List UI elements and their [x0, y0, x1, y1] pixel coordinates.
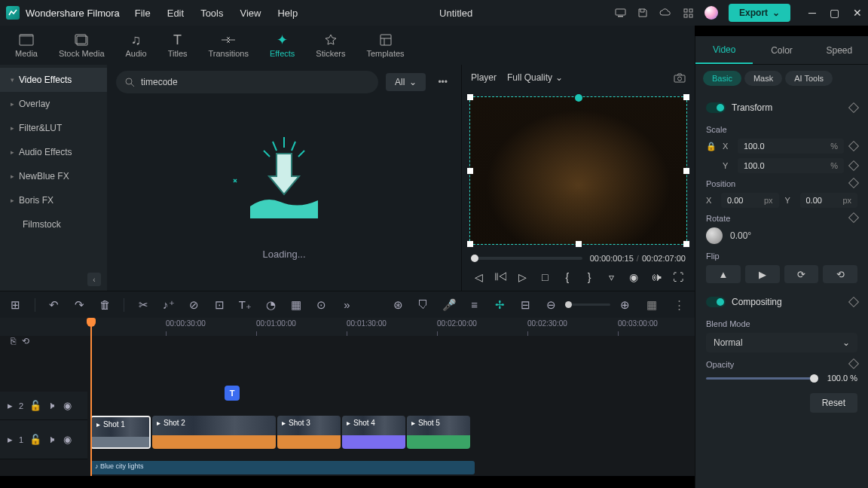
keyframe-button[interactable] — [848, 102, 859, 113]
subtab-basic[interactable]: Basic — [703, 71, 741, 86]
snapshot-button[interactable] — [674, 73, 686, 83]
sidebar-item-overlay[interactable]: ▸Overlay — [0, 92, 107, 116]
scale-y-input[interactable]: 100.0% — [738, 158, 844, 173]
tab-transitions[interactable]: Transitions — [209, 32, 249, 58]
opacity-slider[interactable] — [706, 377, 818, 380]
lock-icon[interactable]: 🔒 — [706, 142, 717, 151]
mixer-button[interactable]: ≡ — [468, 298, 481, 311]
subtab-mask[interactable]: Mask — [744, 71, 782, 86]
rotate-cw-button[interactable]: ⟳ — [784, 265, 819, 283]
keyframe-button[interactable] — [848, 160, 859, 171]
thumbnail-toggle[interactable]: ▦ — [645, 298, 659, 312]
apps-icon[interactable] — [682, 7, 694, 19]
tab-titles[interactable]: TTitles — [168, 32, 188, 58]
speed-button[interactable]: ◔ — [264, 298, 277, 312]
position-x-input[interactable]: 0.00px — [721, 193, 779, 208]
clip-shot-3[interactable]: ▸Shot 3 — [277, 416, 341, 449]
keyframe-button[interactable] — [848, 141, 859, 151]
track-mute-button[interactable]: 🕨 — [47, 400, 57, 411]
track-copy-button[interactable]: ⎘ — [11, 336, 16, 346]
sidebar-item-newblue[interactable]: ▸NewBlue FX — [0, 164, 107, 188]
rotate-value[interactable]: 0.00° — [730, 230, 751, 241]
layout-button[interactable]: ⊞ — [9, 298, 23, 312]
timeline-ruler[interactable]: 00:00:30:00 00:01:00:00 00:01:30:00 00:0… — [0, 318, 695, 336]
zoom-slider[interactable] — [565, 303, 610, 306]
menu-view[interactable]: View — [240, 8, 261, 19]
search-box[interactable] — [116, 71, 378, 93]
shield-button[interactable]: ⛉ — [417, 298, 430, 311]
opacity-thumb[interactable] — [810, 374, 818, 383]
undo-button[interactable]: ↶ — [47, 298, 61, 312]
canvas-handle-tr[interactable] — [683, 94, 689, 100]
ai-button[interactable]: ✢ — [494, 298, 507, 312]
transform-toggle[interactable] — [706, 102, 726, 113]
mark-out-button[interactable]: } — [582, 271, 597, 283]
tag-button[interactable]: ⊘ — [188, 298, 201, 312]
keyframe-button[interactable] — [848, 212, 859, 223]
cloud-icon[interactable] — [659, 7, 671, 19]
delete-button[interactable]: 🗑 — [98, 298, 112, 311]
track-visibility-button[interactable]: ◉ — [63, 434, 72, 445]
sidebar-item-filmstock[interactable]: Filmstock — [0, 212, 107, 236]
filter-all-button[interactable]: All⌄ — [386, 73, 426, 91]
compositing-toggle[interactable] — [706, 297, 726, 307]
export-button[interactable]: Export⌄ — [729, 4, 790, 22]
tab-media[interactable]: Media — [15, 32, 38, 58]
quality-dropdown[interactable]: Full Quality⌄ — [507, 72, 563, 83]
preview-canvas[interactable] — [469, 96, 687, 245]
props-tab-video[interactable]: Video — [695, 36, 753, 64]
device-icon[interactable] — [614, 7, 626, 19]
volume-button[interactable]: 🕪 — [649, 271, 664, 283]
track-lock-button[interactable]: 🔓 — [29, 434, 41, 445]
clip-shot-1[interactable]: ▸Shot 1 — [90, 416, 151, 449]
stop-button[interactable]: □ — [537, 271, 552, 283]
redo-button[interactable]: ↷ — [73, 298, 87, 312]
props-tab-speed[interactable]: Speed — [811, 36, 868, 64]
mark-in-button[interactable]: { — [560, 271, 575, 283]
scale-x-input[interactable]: 100.0% — [738, 139, 844, 154]
tab-stickers[interactable]: Stickers — [316, 32, 345, 58]
tab-audio[interactable]: ♫Audio — [126, 32, 147, 58]
scrub-track[interactable] — [471, 257, 582, 260]
menu-tools[interactable]: Tools — [200, 8, 223, 19]
track-mute-button[interactable]: 🕨 — [47, 434, 57, 445]
clip-shot-5[interactable]: ▸Shot 5 — [407, 416, 470, 449]
sidebar-item-audio-effects[interactable]: ▸Audio Effects — [0, 140, 107, 164]
rotate-dial[interactable] — [706, 227, 723, 244]
flip-vertical-button[interactable]: ▶ — [745, 265, 780, 283]
fullscreen-button[interactable]: ⛶ — [671, 271, 686, 283]
search-input[interactable] — [141, 77, 369, 87]
keyframe-button[interactable] — [848, 178, 859, 188]
music-beat-button[interactable]: ♪⁺ — [162, 298, 176, 312]
step-back-button[interactable]: ⦀◁ — [493, 270, 508, 283]
camera-button[interactable]: ◉ — [626, 271, 641, 283]
more-tools-button[interactable]: » — [341, 298, 354, 311]
sidebar-item-boris[interactable]: ▸Boris FX — [0, 188, 107, 212]
color-button[interactable]: ▦ — [289, 298, 303, 312]
duration-button[interactable]: ⊙ — [315, 298, 329, 312]
sidebar-collapse-button[interactable]: ‹ — [87, 273, 101, 286]
scrub-handle[interactable] — [471, 255, 478, 262]
position-y-input[interactable]: 0.00px — [800, 193, 858, 208]
props-tab-color[interactable]: Color — [753, 36, 810, 64]
text-clip[interactable]: T — [225, 386, 240, 401]
track-link-button[interactable]: ⟲ — [22, 336, 29, 346]
keyframe-button[interactable] — [848, 358, 859, 369]
menu-edit[interactable]: Edit — [167, 8, 184, 19]
options-button[interactable]: ⋮ — [672, 298, 686, 312]
zoom-out-button[interactable]: ⊖ — [544, 298, 558, 312]
tab-effects[interactable]: ✦Effects — [270, 32, 295, 58]
canvas-handle-tl[interactable] — [467, 94, 473, 100]
menu-help[interactable]: Help — [277, 8, 298, 19]
render-button[interactable]: ⊛ — [391, 298, 405, 312]
window-minimize[interactable]: ─ — [808, 7, 816, 19]
tab-templates[interactable]: Templates — [366, 32, 404, 58]
play-button[interactable]: ▷ — [515, 271, 530, 283]
window-close[interactable]: ✕ — [853, 7, 862, 19]
clip-shot-4[interactable]: ▸Shot 4 — [342, 416, 405, 449]
split-button[interactable]: ✂ — [136, 298, 150, 312]
voiceover-button[interactable]: 🎤 — [442, 298, 456, 312]
tab-stock[interactable]: Stock Media — [59, 32, 105, 58]
clip-shot-2[interactable]: ▸Shot 2 — [152, 416, 276, 449]
text-button[interactable]: T₊ — [238, 298, 252, 312]
